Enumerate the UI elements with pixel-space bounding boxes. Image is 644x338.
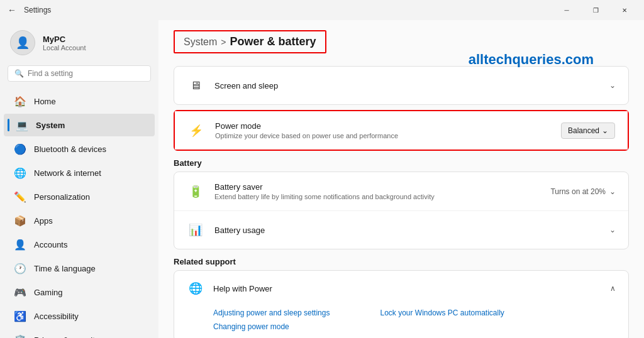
- nav-item-personalization[interactable]: ✏️ Personalization: [4, 185, 155, 208]
- power-mode-text: Power mode Optimize your device based on…: [215, 121, 551, 139]
- user-subtitle: Local Account: [43, 44, 86, 52]
- breadcrumb: System > Power & battery: [174, 30, 629, 53]
- battery-saver-title: Battery saver: [214, 182, 540, 192]
- nav-label-personalization: Personalization: [34, 192, 90, 202]
- nav-label-privacy: Privacy & security: [34, 335, 99, 339]
- minimize-button[interactable]: ─: [552, 0, 581, 20]
- power-mode-card: ⚡ Power mode Optimize your device based …: [174, 110, 629, 151]
- nav-label-gaming: Gaming: [34, 288, 63, 297]
- battery-usage-action: ⌄: [609, 226, 616, 234]
- bluetooth-icon: 🔵: [14, 143, 26, 155]
- battery-card: 🔋 Battery saver Extend battery life by l…: [174, 172, 629, 249]
- related-links-row-1: Adjusting power and sleep settings Lock …: [213, 308, 616, 317]
- battery-usage-title: Battery usage: [214, 226, 599, 235]
- related-links-row-2: Changing power mode: [213, 322, 616, 331]
- gaming-icon: 🎮: [14, 286, 26, 298]
- nav-label-accounts: Accounts: [34, 240, 67, 249]
- nav-item-bluetooth[interactable]: 🔵 Bluetooth & devices: [4, 138, 155, 160]
- nav-label-time: Time & language: [34, 264, 96, 273]
- battery-section-label: Battery: [174, 158, 629, 168]
- nav-item-network[interactable]: 🌐 Network & internet: [4, 161, 155, 184]
- home-icon: 🏠: [14, 95, 26, 107]
- apps-icon: 📦: [14, 214, 26, 227]
- power-mode-dropdown[interactable]: Balanced ⌄: [561, 123, 615, 139]
- nav-label-apps: Apps: [34, 216, 53, 226]
- back-button[interactable]: ←: [8, 5, 16, 15]
- privacy-icon: 🛡️: [14, 334, 26, 338]
- battery-saver-action: Turns on at 20% ⌄: [550, 187, 616, 196]
- accounts-icon: 👤: [14, 238, 26, 251]
- screen-sleep-icon: 🖥: [187, 77, 204, 94]
- search-input[interactable]: [28, 69, 144, 78]
- power-mode-value: Balanced: [568, 126, 599, 135]
- nav-item-apps[interactable]: 📦 Apps: [4, 209, 155, 232]
- main-content: alltechqueries.com System > Power & batt…: [158, 20, 644, 338]
- window-controls: ─ ❐ ✕: [552, 0, 639, 20]
- power-mode-icon: ⚡: [187, 122, 205, 139]
- app-body: 👤 MyPC Local Account 🔍 🏠 Home 💻 System 🔵…: [0, 20, 644, 338]
- screen-sleep-title: Screen and sleep: [214, 81, 599, 90]
- maximize-button[interactable]: ❐: [581, 0, 610, 20]
- battery-usage-row[interactable]: 📊 Battery usage ⌄: [174, 210, 628, 249]
- nav-item-privacy[interactable]: 🛡️ Privacy & security: [4, 329, 155, 338]
- nav-item-time[interactable]: 🕐 Time & language: [4, 257, 155, 280]
- related-links: Adjusting power and sleep settings Lock …: [174, 306, 628, 338]
- nav-item-home[interactable]: 🏠 Home: [4, 90, 155, 112]
- nav-item-gaming[interactable]: 🎮 Gaming: [4, 281, 155, 303]
- breadcrumb-separator: >: [221, 37, 226, 47]
- search-bar[interactable]: 🔍: [8, 65, 151, 82]
- nav-label-network: Network & internet: [34, 168, 101, 178]
- link-lock-pc[interactable]: Lock your Windows PC automatically: [380, 308, 504, 317]
- power-mode-title: Power mode: [215, 121, 551, 131]
- avatar: 👤: [10, 30, 35, 55]
- user-info: MyPC Local Account: [43, 35, 86, 52]
- related-support-label: Related support: [174, 257, 629, 266]
- battery-saver-chevron: ⌄: [609, 187, 616, 196]
- active-indicator: [8, 119, 9, 131]
- nav-label-bluetooth: Bluetooth & devices: [34, 144, 106, 154]
- battery-saver-value: Turns on at 20%: [550, 187, 606, 196]
- help-power-header[interactable]: 🌐 Help with Power ∧: [174, 271, 628, 306]
- nav-label-accessibility: Accessibility: [34, 312, 79, 321]
- battery-saver-description: Extend battery life by limiting some not…: [214, 193, 540, 200]
- power-mode-row[interactable]: ⚡ Power mode Optimize your device based …: [175, 111, 628, 150]
- battery-usage-icon: 📊: [187, 221, 204, 239]
- link-changing-power[interactable]: Changing power mode: [213, 322, 289, 331]
- battery-saver-row[interactable]: 🔋 Battery saver Extend battery life by l…: [174, 172, 628, 210]
- nav-item-accessibility[interactable]: ♿ Accessibility: [4, 305, 155, 327]
- breadcrumb-current: Power & battery: [230, 35, 316, 48]
- nav-label-home: Home: [34, 97, 56, 106]
- help-power-chevron: ∧: [610, 284, 616, 293]
- screen-sleep-card: 🖥 Screen and sleep ⌄: [174, 66, 629, 105]
- screen-sleep-action: ⌄: [609, 81, 616, 90]
- screen-sleep-text: Screen and sleep: [214, 81, 599, 90]
- power-mode-description: Optimize your device based on power use …: [215, 132, 551, 139]
- user-profile[interactable]: 👤 MyPC Local Account: [0, 25, 158, 65]
- power-mode-dropdown-chevron: ⌄: [602, 126, 608, 135]
- help-power-title: Help with Power: [213, 284, 601, 293]
- system-icon: 💻: [16, 119, 28, 131]
- search-icon: 🔍: [14, 69, 24, 78]
- app-title: Settings: [24, 6, 51, 14]
- user-name: MyPC: [43, 35, 86, 44]
- time-icon: 🕐: [14, 262, 26, 275]
- screen-sleep-chevron: ⌄: [609, 81, 616, 90]
- battery-saver-icon: 🔋: [187, 183, 204, 200]
- help-power-icon: 🌐: [187, 280, 204, 297]
- link-adjusting-power[interactable]: Adjusting power and sleep settings: [213, 308, 330, 317]
- nav-item-accounts[interactable]: 👤 Accounts: [4, 233, 155, 256]
- screen-sleep-row[interactable]: 🖥 Screen and sleep ⌄: [174, 67, 628, 104]
- breadcrumb-parent[interactable]: System: [184, 36, 217, 48]
- accessibility-icon: ♿: [14, 310, 26, 322]
- battery-saver-text: Battery saver Extend battery life by lim…: [214, 182, 540, 200]
- nav-label-system: System: [36, 121, 65, 130]
- sidebar: 👤 MyPC Local Account 🔍 🏠 Home 💻 System 🔵…: [0, 20, 158, 338]
- battery-usage-text: Battery usage: [214, 226, 599, 235]
- power-mode-action[interactable]: Balanced ⌄: [561, 123, 615, 139]
- breadcrumb-wrapper: System > Power & battery: [174, 30, 326, 53]
- nav-item-system[interactable]: 💻 System: [4, 114, 155, 136]
- close-button[interactable]: ✕: [610, 0, 639, 20]
- network-icon: 🌐: [14, 166, 26, 179]
- related-support-card: 🌐 Help with Power ∧ Adjusting power and …: [174, 270, 629, 338]
- battery-usage-chevron: ⌄: [609, 226, 616, 234]
